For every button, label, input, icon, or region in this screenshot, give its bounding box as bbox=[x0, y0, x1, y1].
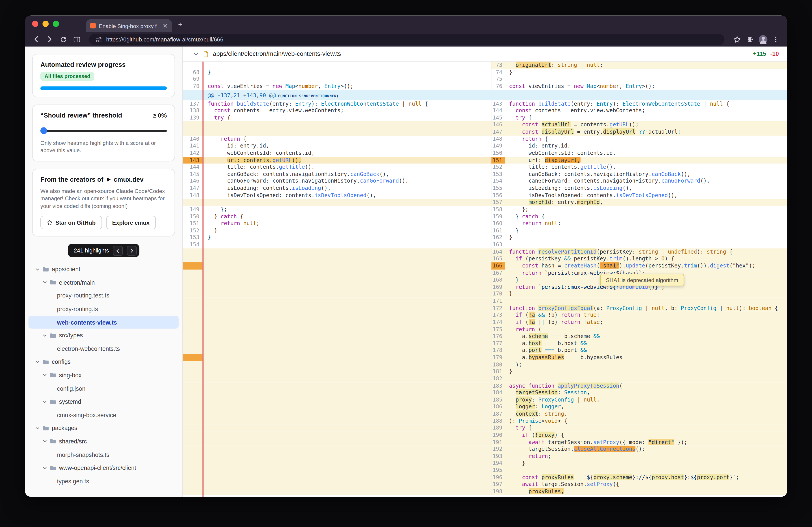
line-number-old[interactable]: 150 bbox=[183, 213, 202, 220]
tree-item-morph-snapshots.ts[interactable]: morph-snapshots.ts bbox=[25, 448, 182, 461]
chevron-down-icon[interactable] bbox=[42, 399, 47, 404]
line-number-old[interactable]: 69 bbox=[183, 76, 202, 83]
line-number-new[interactable]: 151 bbox=[491, 156, 505, 164]
line-number-new[interactable]: 152 bbox=[491, 164, 505, 171]
line-number-old[interactable]: 143 bbox=[183, 156, 202, 164]
line-number-new[interactable]: 169 bbox=[491, 284, 505, 291]
line-number-old[interactable] bbox=[183, 488, 202, 495]
tree-item-configs[interactable]: configs bbox=[25, 355, 182, 368]
line-number-old[interactable]: 140 bbox=[183, 135, 202, 142]
line-number-new[interactable]: 181 bbox=[491, 368, 505, 375]
line-number-old[interactable] bbox=[183, 291, 202, 298]
line-number-new[interactable]: 194 bbox=[491, 460, 505, 467]
forward-icon[interactable] bbox=[45, 34, 55, 45]
tree-item-proxy-routing.ts[interactable]: proxy-routing.ts bbox=[25, 302, 182, 316]
tree-item-electron-main[interactable]: electron/main bbox=[25, 276, 182, 289]
threshold-slider[interactable] bbox=[40, 127, 167, 134]
collapse-chevron-icon[interactable] bbox=[193, 51, 199, 57]
line-number-old[interactable]: 70 bbox=[183, 83, 202, 90]
line-number-new[interactable]: 168 bbox=[491, 276, 505, 284]
tree-item-apps-client[interactable]: apps/client bbox=[25, 262, 182, 276]
chevron-down-icon[interactable] bbox=[35, 267, 40, 271]
line-number-new[interactable]: 189 bbox=[491, 424, 505, 432]
line-number-old[interactable] bbox=[183, 439, 202, 446]
line-number-old[interactable] bbox=[183, 460, 202, 467]
line-number-new[interactable]: 180 bbox=[491, 361, 505, 368]
line-number-new[interactable]: 196 bbox=[491, 474, 505, 481]
line-number-new[interactable]: 193 bbox=[491, 453, 505, 460]
browser-tab[interactable]: Enable Sing-box proxy f ✕ bbox=[86, 19, 172, 32]
close-window-button[interactable] bbox=[32, 21, 39, 27]
line-number-new[interactable]: 177 bbox=[491, 340, 505, 347]
maximize-window-button[interactable] bbox=[53, 21, 59, 27]
line-number-new[interactable]: 144 bbox=[491, 107, 505, 114]
line-number-new[interactable]: 150 bbox=[491, 150, 505, 156]
line-number-old[interactable] bbox=[183, 467, 202, 474]
tree-item-sing-box[interactable]: sing-box bbox=[25, 368, 182, 382]
line-number-new[interactable]: 188 bbox=[491, 418, 505, 424]
line-number-old[interactable] bbox=[183, 424, 202, 432]
chevron-down-icon[interactable] bbox=[42, 439, 47, 443]
line-number-old[interactable]: 142 bbox=[183, 150, 202, 156]
line-number-new[interactable]: 147 bbox=[491, 128, 505, 135]
line-number-old[interactable] bbox=[183, 410, 202, 418]
line-number-old[interactable] bbox=[183, 474, 202, 481]
tree-item-shared-src[interactable]: shared/src bbox=[25, 435, 182, 448]
line-number-old[interactable] bbox=[183, 262, 202, 269]
next-highlight-button[interactable] bbox=[127, 246, 137, 256]
line-number-old[interactable] bbox=[183, 418, 202, 424]
line-number-new[interactable]: 167 bbox=[491, 269, 505, 276]
line-number-new[interactable]: 182 bbox=[491, 375, 505, 382]
chevron-down-icon[interactable] bbox=[35, 360, 40, 364]
line-number-new[interactable]: 160 bbox=[491, 220, 505, 227]
line-number-old[interactable] bbox=[183, 61, 202, 69]
line-number-new[interactable]: 172 bbox=[491, 304, 505, 312]
line-number-new[interactable]: 149 bbox=[491, 142, 505, 150]
reload-icon[interactable] bbox=[58, 34, 68, 45]
line-number-new[interactable]: 184 bbox=[491, 389, 505, 396]
line-number-old[interactable]: 152 bbox=[183, 227, 202, 234]
tree-item-types.gen.ts[interactable]: types.gen.ts bbox=[25, 475, 182, 488]
line-number-old[interactable] bbox=[183, 255, 202, 262]
line-number-new[interactable]: 159 bbox=[491, 213, 505, 220]
line-number-old[interactable] bbox=[183, 298, 202, 304]
tree-item-web-contents-view.ts[interactable]: web-contents-view.ts bbox=[28, 316, 179, 329]
line-number-new[interactable]: 73 bbox=[491, 61, 505, 69]
line-number-old[interactable]: 154 bbox=[183, 241, 202, 248]
line-number-old[interactable] bbox=[183, 269, 202, 276]
line-number-old[interactable] bbox=[183, 396, 202, 403]
chevron-down-icon[interactable] bbox=[35, 426, 40, 431]
line-number-old[interactable] bbox=[183, 347, 202, 354]
line-number-old[interactable] bbox=[183, 326, 202, 333]
chevron-down-icon[interactable] bbox=[42, 466, 47, 470]
promo-brand[interactable]: cmux.dev bbox=[114, 176, 143, 183]
line-number-new[interactable]: 153 bbox=[491, 171, 505, 178]
explore-cmux-button[interactable]: Explore cmux bbox=[106, 216, 156, 229]
line-number-new[interactable]: 158 bbox=[491, 206, 505, 213]
line-number-new[interactable]: 163 bbox=[491, 241, 505, 248]
line-number-new[interactable]: 195 bbox=[491, 467, 505, 474]
line-number-new[interactable]: 166 bbox=[491, 262, 505, 269]
line-number-new[interactable]: 162 bbox=[491, 234, 505, 241]
line-number-old[interactable] bbox=[183, 248, 202, 255]
line-number-old[interactable] bbox=[183, 361, 202, 368]
line-number-old[interactable] bbox=[183, 375, 202, 382]
line-number-old[interactable]: 151 bbox=[183, 220, 202, 227]
line-number-new[interactable]: 191 bbox=[491, 439, 505, 446]
line-number-old[interactable] bbox=[183, 481, 202, 488]
line-number-old[interactable]: 148 bbox=[183, 192, 202, 199]
prev-highlight-button[interactable] bbox=[113, 246, 123, 256]
line-number-new[interactable]: 74 bbox=[491, 69, 505, 76]
line-number-old[interactable] bbox=[183, 319, 202, 326]
line-number-old[interactable] bbox=[183, 312, 202, 319]
extensions-icon[interactable] bbox=[745, 34, 755, 45]
chevron-down-icon[interactable] bbox=[42, 373, 47, 377]
line-number-new[interactable]: 176 bbox=[491, 333, 505, 340]
line-number-old[interactable] bbox=[183, 453, 202, 460]
line-number-new[interactable]: 175 bbox=[491, 326, 505, 333]
line-number-new[interactable]: 148 bbox=[491, 135, 505, 142]
line-number-new[interactable]: 76 bbox=[491, 83, 505, 90]
line-number-new[interactable]: 75 bbox=[491, 76, 505, 83]
line-number-new[interactable]: 170 bbox=[491, 291, 505, 298]
line-number-old[interactable]: 68 bbox=[183, 69, 202, 76]
